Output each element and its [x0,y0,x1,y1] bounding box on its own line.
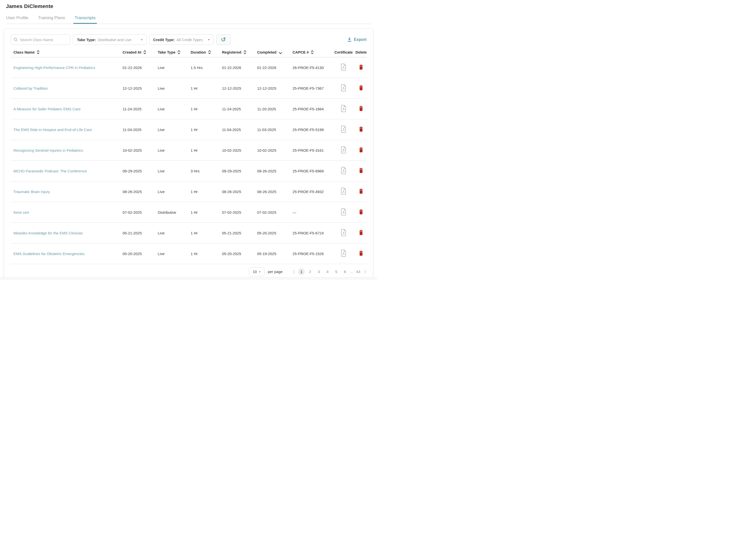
take-type-value: Distributive and Live [98,38,131,42]
credit-type-value: All Credit Types [176,38,203,42]
next-page-button[interactable] [364,270,366,274]
class-name-link[interactable]: Collared by Tradition [14,86,48,91]
duration-cell: 1 Hr [187,140,219,161]
column-header[interactable]: Duration [187,50,219,57]
page-number[interactable]: 3 [315,268,322,275]
delete-button[interactable] [359,126,363,132]
column-header-label: Registered [222,50,241,54]
certificate-pdf-button[interactable] [341,187,346,195]
column-header[interactable]: Created At [120,50,155,57]
pdf-file-icon [341,229,346,236]
trash-icon [359,147,363,153]
credit-type-dropdown[interactable]: Credit Type: All Credit Types ▾ [149,34,214,45]
completed-cell: 11-20-2025 [254,99,290,119]
page-number[interactable]: 43 [355,268,361,275]
sort-both-icon [311,50,314,54]
certificate-pdf-button[interactable] [341,208,346,216]
certificate-pdf-button[interactable] [341,63,346,71]
pagination: 10 ▾ per page 123456...43 [11,267,366,276]
certificate-pdf-button[interactable] [341,125,346,133]
per-page-value: 10 [253,269,257,274]
page-header: James DiClemente User Profile Training P… [0,3,377,24]
delete-button[interactable] [359,64,363,70]
pdf-file-icon [341,146,346,154]
column-header[interactable]: Completed [254,50,290,57]
duration-cell: 3 Hrs [187,161,219,181]
column-header-label: CAPCE # [293,50,309,54]
delete-button[interactable] [359,85,363,91]
certificate-pdf-button[interactable] [341,84,346,92]
delete-button[interactable] [359,251,363,256]
created-at-cell: 07-02-2025 [120,202,155,223]
certificate-pdf-button[interactable] [341,167,346,174]
column-header[interactable]: Delete [355,50,367,57]
tab-user-profile[interactable]: User Profile [6,14,29,24]
class-name-link[interactable]: The EMS Role in Hospice and End-of-Life … [14,127,92,132]
column-header[interactable]: CAPCE # [290,50,332,57]
take-type-cell: Live [155,119,187,140]
column-header[interactable]: Take Type [155,50,187,57]
completed-cell: 11-03-2025 [254,119,290,140]
certificate-pdf-button[interactable] [341,146,346,154]
delete-button[interactable] [359,188,363,194]
trash-icon [359,209,363,215]
class-name-link[interactable]: Measles Knowledge for the EMS Clinician [14,231,83,235]
registered-cell: 11-04-2025 [219,119,254,140]
class-name-link[interactable]: Recognizing Sentinel Injuries in Pediatr… [14,148,83,153]
export-button[interactable]: Export [347,37,366,42]
delete-button[interactable] [359,147,363,153]
capce-cell: 25-PROE-F5-3161 [290,140,332,161]
column-header[interactable]: Class Name [11,50,120,57]
page-number[interactable]: 5 [333,268,340,275]
duration-cell: 1 Hr [187,119,219,140]
trash-icon [359,126,363,132]
sort-both-icon [244,50,246,54]
class-name-link[interactable]: MCHD Paramedic Podcast: The Conference [14,169,87,173]
column-header[interactable]: Certificate [332,50,355,57]
search-input[interactable] [11,34,70,45]
tab-training-plans[interactable]: Training Plans [38,14,65,24]
certificate-pdf-button[interactable] [341,229,346,236]
page-number[interactable]: 4 [324,268,331,275]
column-header-label: Completed [257,50,277,54]
sort-both-icon [178,50,180,54]
created-at-cell: 01-22-2026 [120,57,155,78]
delete-button[interactable] [359,106,363,111]
page-number[interactable]: 1 [298,268,305,275]
tab-transcripts[interactable]: Transcripts [75,14,96,24]
delete-button[interactable] [359,168,363,173]
pdf-file-icon [341,63,346,71]
take-type-dropdown[interactable]: Take Type: Distributive and Live ▾ [73,34,146,45]
reset-filters-button[interactable]: ↺ [216,34,231,45]
page-number[interactable]: 2 [307,268,314,275]
trash-icon [359,106,363,111]
class-name-link[interactable]: EMS Guidelines for Obstetric Emergencies [14,252,84,256]
class-name-link[interactable]: Engineering High-Performance CPR in Pedi… [14,65,95,70]
column-header-label: Created At [123,50,141,54]
certificate-pdf-button[interactable] [341,249,346,257]
created-at-cell: 05-20-2025 [120,243,155,264]
delete-button[interactable] [359,209,363,215]
capce-cell: 25-PROE-F5-1664 [290,99,332,119]
duration-cell: 1 Hr [187,202,219,223]
per-page-select[interactable]: 10 ▾ [249,267,264,276]
capce-cell: — [290,202,332,223]
capce-cell: 25-PROE-F5-7367 [290,78,332,99]
class-name-link[interactable]: fomo cert [14,210,29,215]
take-type-cell: Live [155,161,187,181]
transcript-row: Measles Knowledge for the EMS Clinician … [11,223,367,243]
page-number[interactable]: ... [350,268,353,275]
take-type-cell: Distributive [155,202,187,223]
page-number[interactable]: 6 [342,268,348,275]
class-name-link[interactable]: Traumatic Brain Injury [14,189,50,194]
transcripts-card: Take Type: Distributive and Live ▾ Credi… [4,28,373,279]
column-header[interactable]: Registered [219,50,254,57]
certificate-pdf-button[interactable] [341,105,346,112]
page-list: 123456...43 [297,268,362,275]
take-type-cell: Live [155,181,187,202]
previous-page-button[interactable] [293,270,295,274]
delete-button[interactable] [359,230,363,235]
class-name-link[interactable]: A Measure for Safer Pediatric EMS Care [14,107,80,111]
take-type-cell: Live [155,99,187,119]
created-at-cell: 05-21-2025 [120,223,155,243]
